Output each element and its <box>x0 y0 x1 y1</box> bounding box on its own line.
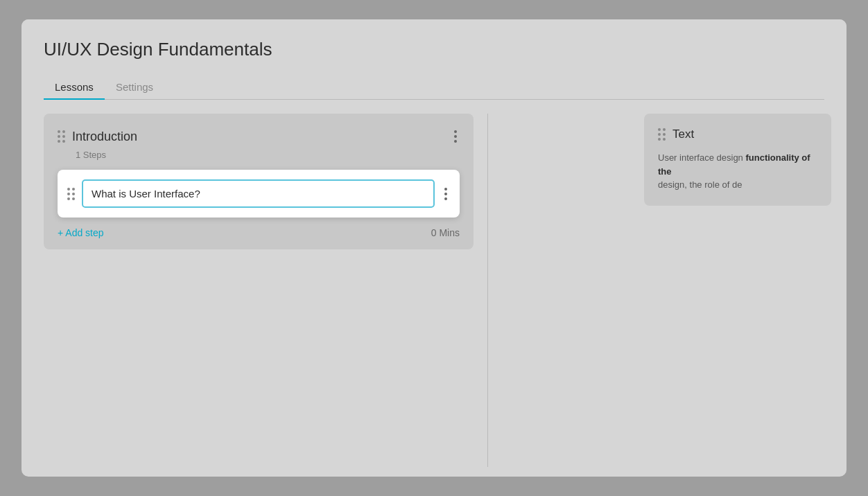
kebab-dot <box>444 197 447 200</box>
drag-dot <box>72 197 75 200</box>
drag-dot <box>62 130 65 133</box>
add-step-row: + Add step 0 Mins <box>58 227 460 238</box>
lesson-card: Introduction 1 Steps <box>44 114 474 249</box>
drag-dot <box>58 140 60 143</box>
tabs-bar: Lessons Settings <box>44 74 824 100</box>
tab-settings[interactable]: Settings <box>105 74 164 100</box>
content-area: Introduction 1 Steps <box>21 100 847 477</box>
drag-dot <box>72 188 75 191</box>
drag-dot <box>67 193 70 195</box>
step-item <box>58 170 460 218</box>
kebab-dot <box>454 140 457 143</box>
drag-dot <box>67 188 70 191</box>
drag-dot <box>62 140 65 143</box>
kebab-dot <box>454 130 457 133</box>
step-name-input[interactable] <box>82 179 435 208</box>
right-card-title: Text <box>672 127 694 141</box>
drag-dot <box>663 138 666 141</box>
lesson-header-left: Introduction <box>58 130 137 144</box>
lesson-steps-count: 1 Steps <box>76 150 460 160</box>
left-panel: Introduction 1 Steps <box>44 114 474 467</box>
header: UI/UX Design Fundamentals Lessons Settin… <box>21 19 847 100</box>
drag-dot <box>658 133 661 136</box>
kebab-dot <box>444 193 447 195</box>
right-card-preview-text: User interface design functionality of t… <box>658 151 817 192</box>
drag-dot <box>58 135 60 138</box>
step-kebab-menu[interactable] <box>442 185 450 203</box>
add-step-button[interactable]: + Add step <box>58 227 104 238</box>
lesson-header: Introduction <box>58 127 460 145</box>
tab-lessons[interactable]: Lessons <box>44 74 105 100</box>
drag-dot <box>67 197 70 200</box>
vertical-divider <box>487 114 488 467</box>
drag-dot <box>62 135 65 138</box>
kebab-dot <box>444 188 447 191</box>
lesson-drag-handle[interactable] <box>58 130 65 143</box>
right-card-header: Text <box>658 127 817 141</box>
drag-dot <box>72 193 75 195</box>
drag-dot <box>663 128 666 131</box>
drag-dot <box>658 128 661 131</box>
lesson-kebab-menu[interactable] <box>451 127 460 145</box>
step-drag-handle[interactable] <box>67 188 75 200</box>
right-card-drag-handle[interactable] <box>658 128 666 141</box>
lesson-title: Introduction <box>72 130 137 144</box>
drag-dot <box>663 133 666 136</box>
mins-label: 0 Mins <box>431 227 460 238</box>
drag-dot <box>58 130 60 133</box>
page-title: UI/UX Design Fundamentals <box>44 39 824 60</box>
kebab-dot <box>454 135 457 138</box>
main-container: UI/UX Design Fundamentals Lessons Settin… <box>21 19 847 477</box>
drag-dot <box>658 138 661 141</box>
right-panel-card: Text User interface design functionality… <box>644 114 831 206</box>
right-panel: Text User interface design functionality… <box>502 114 824 467</box>
